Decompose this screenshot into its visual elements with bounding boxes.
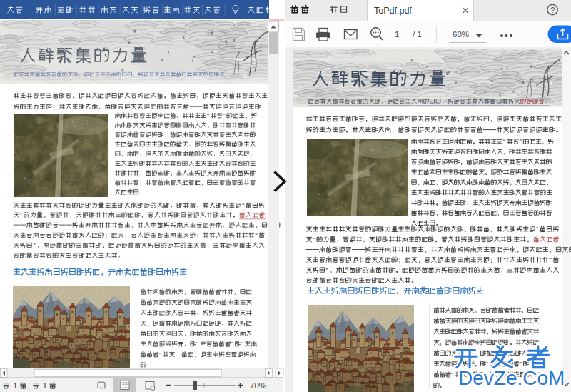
svg-text:,: , <box>28 381 30 390</box>
svg-text:“: “ <box>242 202 244 209</box>
svg-text:“: “ <box>549 256 551 263</box>
svg-text:”: ” <box>159 351 161 358</box>
svg-text:“: “ <box>536 225 538 233</box>
svg-text:“: “ <box>256 232 258 239</box>
svg-text:1: 1 <box>43 381 47 390</box>
svg-text:/ 1: / 1 <box>413 30 422 39</box>
svg-text:?: ? <box>550 6 555 14</box>
svg-text:”: ” <box>231 341 233 348</box>
svg-text:”: ” <box>520 137 522 145</box>
svg-text:”: ” <box>223 112 225 119</box>
svg-text:ToPdf.pdf: ToPdf.pdf <box>374 6 412 16</box>
svg-text:”: ” <box>33 242 35 249</box>
svg-text:”: ” <box>313 236 315 243</box>
svg-text:“: “ <box>503 137 505 145</box>
svg-text:70%: 70% <box>250 381 266 390</box>
svg-text:”: ” <box>326 266 328 274</box>
svg-text:“: “ <box>241 341 243 348</box>
svg-text:1: 1 <box>13 381 17 390</box>
svg-text:DevZe.CoM: DevZe.CoM <box>458 367 565 389</box>
svg-text:”: ” <box>451 371 453 378</box>
svg-text:“: “ <box>207 112 209 119</box>
svg-text:”: ” <box>20 211 22 218</box>
svg-text:“: “ <box>196 341 198 348</box>
svg-text:1: 1 <box>395 30 399 39</box>
svg-text:60%: 60% <box>453 30 469 39</box>
